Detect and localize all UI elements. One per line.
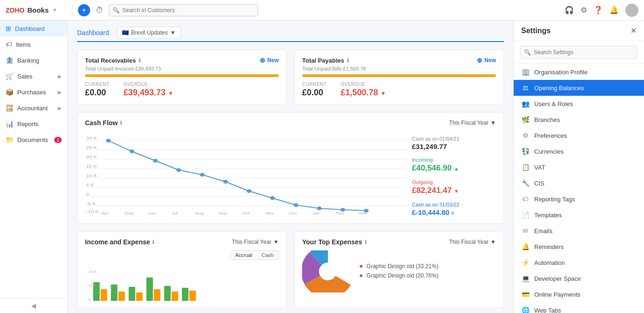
settings-item-preferences[interactable]: ⚙ Preferences xyxy=(514,128,644,143)
receivables-title: Total Receivables ℹ ⊕ New xyxy=(85,57,279,64)
sidebar-item-label: Purchases xyxy=(17,89,46,96)
settings-item-web-tabs[interactable]: 🌐 Web Tabs xyxy=(514,302,644,313)
settings-item-org-profile[interactable]: 🏢 Organisation Profile xyxy=(514,64,644,80)
payables-new-icon: ⊕ xyxy=(477,57,482,64)
sidebar-item-label: Items xyxy=(16,41,31,48)
top-expenses-period-select[interactable]: This Fiscal Year ▼ xyxy=(449,239,496,245)
accountant-arrow: ▶ xyxy=(58,106,62,111)
tab-accrual[interactable]: Accrual xyxy=(231,251,257,259)
tab-cash[interactable]: Cash xyxy=(257,251,278,259)
avatar[interactable] xyxy=(625,4,638,17)
settings-search-container: 🔍 xyxy=(514,41,644,64)
svg-text:2022: 2022 xyxy=(357,215,368,215)
svg-rect-61 xyxy=(164,286,171,301)
outgoing-arrow: ▼ xyxy=(454,188,459,194)
cash-flow-title: Cash Flow ℹ xyxy=(85,119,122,127)
settings-icon[interactable]: ⚙ xyxy=(580,6,587,14)
settings-item-users-roles[interactable]: 👥 Users & Roles xyxy=(514,96,644,112)
purchases-icon: 📦 xyxy=(6,88,14,96)
sidebar-item-purchases[interactable]: 📦 Purchases ▶ xyxy=(0,84,67,100)
payables-progress-fill xyxy=(302,74,496,77)
svg-text:15 K: 15 K xyxy=(89,270,97,274)
headset-icon[interactable]: 🎧 xyxy=(565,6,574,14)
sidebar-item-reports[interactable]: 📊 Reports xyxy=(0,116,67,132)
cash-flow-period-select[interactable]: This Fiscal Year ▼ xyxy=(449,120,496,126)
brexit-arrow: ▼ xyxy=(170,29,176,36)
settings-search-icon: 🔍 xyxy=(524,49,531,56)
settings-item-branches[interactable]: 🌿 Branches xyxy=(514,112,644,128)
settings-item-opening-balances[interactable]: ⚖ Opening Balances xyxy=(514,80,644,96)
income-expense-header: Income and Expense ℹ This Fiscal Year ▼ xyxy=(85,238,279,246)
receivables-new-btn[interactable]: ⊕ New xyxy=(260,57,279,64)
incoming-arrow: ▲ xyxy=(454,166,459,171)
legend-item-1: ● Graphic Design old (33.21%) xyxy=(359,262,439,270)
search-input[interactable] xyxy=(109,4,258,16)
income-expense-period-select[interactable]: This Fiscal Year ▼ xyxy=(232,239,279,245)
reporting-tags-icon: 🏷 xyxy=(521,195,530,203)
payables-current: CURRENT £0.00 xyxy=(302,82,326,98)
svg-text:20 K: 20 K xyxy=(86,155,97,159)
payables-info-icon: ℹ xyxy=(347,57,349,64)
sidebar-item-sales[interactable]: 🛒 Sales ▶ xyxy=(0,68,67,84)
svg-text:2021: 2021 xyxy=(240,215,250,215)
receivables-dropdown-icon[interactable]: ▼ xyxy=(168,90,174,97)
settings-item-vat[interactable]: 📋 VAT xyxy=(514,159,644,175)
sidebar-item-items[interactable]: 🏷 Items xyxy=(0,36,67,52)
svg-rect-57 xyxy=(129,287,135,301)
web-tabs-icon: 🌐 xyxy=(521,306,530,313)
settings-item-currencies[interactable]: 💱 Currencies xyxy=(514,143,644,159)
sidebar-item-dashboard[interactable]: ⊞ Dashboard xyxy=(0,21,67,36)
sidebar-collapse[interactable]: ◀ xyxy=(0,298,67,313)
settings-search-input[interactable] xyxy=(520,46,637,59)
topbar-actions: 🎧 ⚙ ❓ 🔔 xyxy=(565,4,638,17)
settings-item-reporting-tags[interactable]: 🏷 Reporting Tags xyxy=(514,191,644,207)
payables-progress xyxy=(302,74,496,77)
bell-icon[interactable]: 🔔 xyxy=(609,6,619,14)
settings-item-developer-space[interactable]: 💻 Developer Space xyxy=(514,270,644,286)
sidebar-item-accountant[interactable]: 🧮 Accountant ▶ xyxy=(0,100,67,116)
settings-item-cis[interactable]: 🔧 CIS xyxy=(514,175,644,191)
svg-point-24 xyxy=(270,196,275,200)
dashboard-icon: ⊞ xyxy=(6,25,11,32)
svg-text:2022: 2022 xyxy=(334,215,344,215)
svg-point-22 xyxy=(223,180,228,184)
help-icon[interactable]: ❓ xyxy=(594,6,603,14)
sidebar-item-documents[interactable]: 📁 Documents 1 xyxy=(0,132,67,148)
settings-close-button[interactable]: ✕ xyxy=(630,26,637,35)
settings-item-templates[interactable]: 📄 Templates xyxy=(514,207,644,223)
history-button[interactable]: ⏱ xyxy=(96,6,103,14)
sidebar: ⊞ Dashboard 🏷 Items 🏦 Banking 🛒 Sales ▶ … xyxy=(0,21,68,313)
svg-rect-63 xyxy=(182,288,189,301)
top-expenses-header: Your Top Expenses ℹ This Fiscal Year ▼ xyxy=(302,238,496,246)
income-expense-svg: 0 10 K 15 K xyxy=(85,263,279,306)
sidebar-item-banking[interactable]: 🏦 Banking xyxy=(0,52,67,68)
developer-space-icon: 💻 xyxy=(521,275,530,282)
cash-flow-info-icon: ℹ xyxy=(120,120,122,126)
top-expenses-card: Your Top Expenses ℹ This Fiscal Year ▼ xyxy=(294,231,504,308)
documents-icon: 📁 xyxy=(6,136,14,143)
settings-item-emails[interactable]: ✉ Emails xyxy=(514,223,644,239)
payables-new-btn[interactable]: ⊕ New xyxy=(477,57,496,64)
svg-point-26 xyxy=(317,206,322,210)
tab-dashboard[interactable]: Dashboard xyxy=(77,26,109,39)
receivables-info-icon: ℹ xyxy=(139,57,141,64)
expenses-fiscal-dropdown-icon: ▼ xyxy=(490,239,496,245)
svg-point-18 xyxy=(129,149,134,153)
tab-buttons: Accrual Cash xyxy=(230,250,279,260)
logo-dropdown[interactable]: ▼ xyxy=(52,7,57,13)
app-logo[interactable]: ZOHO Books ▼ xyxy=(6,6,66,14)
topbar-divider xyxy=(72,5,72,16)
currencies-icon: 💱 xyxy=(521,148,530,155)
svg-text:5 K: 5 K xyxy=(86,183,94,187)
settings-item-online-payments[interactable]: 💳 Online Payments xyxy=(514,286,644,302)
org-profile-icon: 🏢 xyxy=(521,68,530,76)
payables-dropdown-icon[interactable]: ▼ xyxy=(380,90,386,97)
brexit-button[interactable]: 🇪🇺 Brexit Updates ▼ xyxy=(117,27,181,39)
new-button[interactable]: + xyxy=(78,4,90,16)
bottom-row: Income and Expense ℹ This Fiscal Year ▼ … xyxy=(77,231,504,308)
settings-item-automation[interactable]: ⚡ Automation xyxy=(514,255,644,270)
top-expenses-info-icon: ℹ xyxy=(365,239,367,245)
svg-text:10 K: 10 K xyxy=(89,284,97,288)
settings-header: Settings ✕ xyxy=(514,21,644,41)
settings-item-reminders[interactable]: 🔔 Reminders xyxy=(514,239,644,255)
